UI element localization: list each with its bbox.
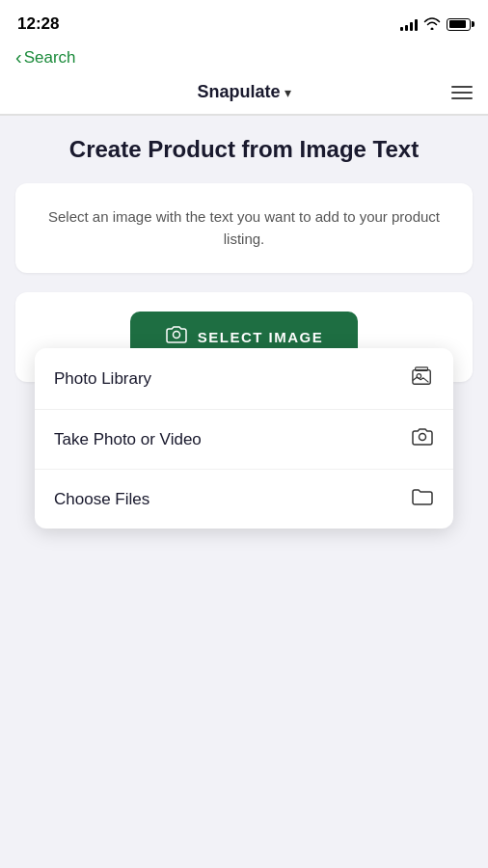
choose-files-item[interactable]: Choose Files xyxy=(35,470,453,529)
take-photo-item[interactable]: Take Photo or Video xyxy=(35,410,453,470)
back-label: Search xyxy=(24,48,76,68)
camera-take-icon xyxy=(411,427,434,451)
wifi-icon xyxy=(423,16,441,33)
photo-library-item[interactable]: Photo Library xyxy=(35,348,453,410)
status-time: 12:28 xyxy=(17,14,59,34)
action-card: SELECT IMAGE Photo Library Take Photo or… xyxy=(15,292,473,382)
app-title: Snapulate xyxy=(197,82,280,102)
main-content: Create Product from Image Text Select an… xyxy=(0,116,488,401)
image-source-dropdown: Photo Library Take Photo or Video xyxy=(35,348,453,529)
page-title: Create Product from Image Text xyxy=(15,135,473,164)
signal-icon xyxy=(400,17,418,31)
svg-point-4 xyxy=(420,434,426,441)
status-icons xyxy=(400,16,471,33)
photo-library-icon xyxy=(411,366,434,392)
svg-point-0 xyxy=(173,332,179,339)
battery-icon xyxy=(447,18,471,31)
take-photo-label: Take Photo or Video xyxy=(54,430,202,449)
description-text: Select an image with the text you want t… xyxy=(35,206,453,250)
choose-files-label: Choose Files xyxy=(54,490,149,509)
folder-icon xyxy=(411,487,434,511)
app-title-dropdown[interactable]: Snapulate ▾ xyxy=(197,82,290,102)
svg-rect-2 xyxy=(416,367,428,371)
select-image-label: SELECT IMAGE xyxy=(198,329,324,345)
description-card: Select an image with the text you want t… xyxy=(15,183,473,273)
photo-library-label: Photo Library xyxy=(54,369,151,389)
menu-button[interactable] xyxy=(451,86,473,99)
app-header: Snapulate ▾ xyxy=(0,74,488,115)
chevron-left-icon: ‹ xyxy=(15,46,22,68)
camera-icon xyxy=(165,325,188,349)
dropdown-arrow-icon: ▾ xyxy=(285,85,291,100)
status-bar: 12:28 xyxy=(0,0,488,42)
nav-back-bar: ‹ Search xyxy=(0,42,488,74)
back-button[interactable]: ‹ Search xyxy=(15,46,76,68)
